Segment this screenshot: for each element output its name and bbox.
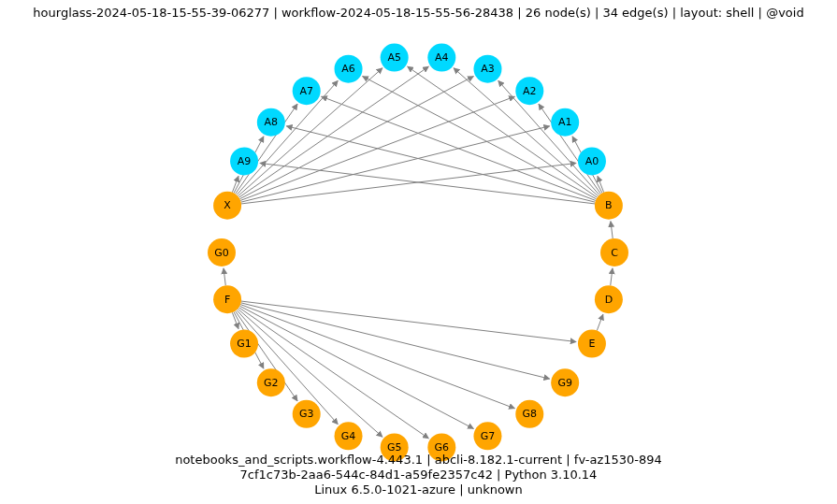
node-G0: G0 xyxy=(208,238,236,266)
footer-line-3: Linux 6.5.0-1021-azure | unknown xyxy=(0,482,837,497)
svg-text:G1: G1 xyxy=(237,338,252,350)
edge-F-G0 xyxy=(224,268,225,285)
svg-text:G0: G0 xyxy=(214,247,229,259)
svg-text:A8: A8 xyxy=(265,116,279,128)
svg-text:A9: A9 xyxy=(238,155,252,167)
svg-text:E: E xyxy=(588,338,595,350)
node-X: X xyxy=(213,192,241,220)
edge-B-A9 xyxy=(260,163,595,203)
node-A3: A3 xyxy=(473,55,501,83)
node-G9: G9 xyxy=(551,368,579,396)
node-A5: A5 xyxy=(381,44,409,72)
edge-C-B xyxy=(611,222,613,238)
svg-text:B: B xyxy=(605,199,613,211)
node-E: E xyxy=(578,330,606,358)
svg-text:G9: G9 xyxy=(557,377,572,389)
edge-B-A6 xyxy=(363,77,597,199)
node-D: D xyxy=(595,285,623,313)
edge-X-A2 xyxy=(240,96,514,200)
node-A2: A2 xyxy=(515,77,543,105)
node-B: B xyxy=(595,192,623,220)
node-A8: A8 xyxy=(257,108,285,137)
svg-text:A0: A0 xyxy=(585,155,599,167)
edge-E-D xyxy=(597,314,603,330)
node-A4: A4 xyxy=(427,44,455,72)
svg-text:F: F xyxy=(224,294,230,306)
node-G8: G8 xyxy=(515,400,543,428)
node-F: F xyxy=(213,285,241,313)
node-A1: A1 xyxy=(551,108,579,137)
footer-line-1: notebooks_and_scripts.workflow-4.443.1 |… xyxy=(0,453,837,467)
node-A9: A9 xyxy=(230,147,258,175)
diagram-stage: hourglass-2024-05-18-15-55-39-06277 | wo… xyxy=(0,0,837,504)
node-G2: G2 xyxy=(257,368,285,396)
node-G3: G3 xyxy=(293,400,321,428)
edge-F-G4 xyxy=(237,310,338,424)
edge-X-A6 xyxy=(237,80,338,194)
node-A7: A7 xyxy=(293,77,321,105)
edge-X-A3 xyxy=(239,77,473,199)
svg-text:A6: A6 xyxy=(341,63,355,75)
edge-B-A3 xyxy=(498,80,599,194)
svg-text:C: C xyxy=(611,247,618,259)
svg-text:D: D xyxy=(605,294,613,306)
node-G4: G4 xyxy=(335,422,363,450)
nodes-layer: A4A3A2A1A0BCDEG9G8G7G6G5G4G3G2G1FG0XA9A8… xyxy=(208,44,628,462)
svg-text:G2: G2 xyxy=(264,377,279,389)
edge-X-A0 xyxy=(241,163,576,203)
node-A0: A0 xyxy=(578,147,606,175)
node-A6: A6 xyxy=(335,55,363,83)
svg-text:X: X xyxy=(224,199,231,211)
node-G7: G7 xyxy=(473,422,501,450)
svg-text:A5: A5 xyxy=(387,51,401,64)
svg-text:A3: A3 xyxy=(481,63,495,75)
svg-text:G8: G8 xyxy=(523,408,538,420)
svg-text:A7: A7 xyxy=(299,85,313,97)
svg-text:G7: G7 xyxy=(481,430,496,442)
edge-F-E xyxy=(241,301,576,341)
svg-text:A2: A2 xyxy=(523,85,537,97)
footer-line-2: 7cf1c73b-2aa6-544c-84d1-a59fe2357c42 | P… xyxy=(0,468,837,482)
svg-text:G4: G4 xyxy=(341,430,356,442)
edge-F-G8 xyxy=(240,305,514,409)
edge-F-G7 xyxy=(239,306,473,428)
node-C: C xyxy=(600,238,628,266)
node-G1: G1 xyxy=(230,330,258,358)
svg-text:A4: A4 xyxy=(435,51,449,64)
svg-text:G3: G3 xyxy=(299,408,314,420)
edge-D-C xyxy=(611,268,613,285)
graph-svg: A4A3A2A1A0BCDEG9G8G7G6G5G4G3G2G1FG0XA9A8… xyxy=(0,0,837,504)
svg-text:A1: A1 xyxy=(558,116,572,128)
